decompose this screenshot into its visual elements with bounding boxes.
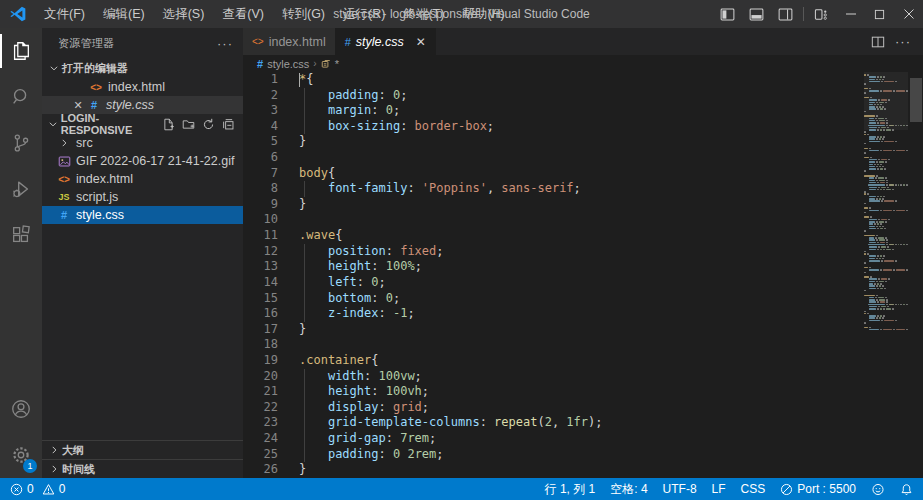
window-title: style.css - login-responsive - Visual St…: [333, 7, 590, 21]
chevron-down-icon: [46, 63, 62, 73]
line-number: 12: [243, 244, 291, 260]
code-line-11: 11.wave{: [243, 228, 923, 244]
search-icon: [10, 86, 32, 108]
file-script.js[interactable]: JSscript.js: [42, 188, 243, 206]
breadcrumb-file[interactable]: style.css: [267, 58, 309, 70]
symbol-ruleset-icon: [321, 59, 331, 69]
file-tree: srcGIF 2022-06-17 21-41-22.gif<>index.ht…: [42, 134, 243, 224]
refresh-icon[interactable]: [202, 118, 215, 131]
activitybar-settings[interactable]: 1: [0, 432, 42, 478]
menu-item-0[interactable]: 文件(F): [35, 3, 94, 26]
activitybar-run-debug[interactable]: [0, 166, 42, 212]
bell-icon: [900, 483, 913, 496]
open-editors-section-header[interactable]: 打开的编辑器: [42, 58, 243, 78]
vertical-scrollbar[interactable]: [909, 72, 923, 478]
error-icon: [10, 483, 23, 496]
open-editor-index.html[interactable]: <>index.html: [42, 78, 243, 96]
code-line-1: 1*{: [243, 72, 923, 88]
warning-icon: [42, 483, 55, 496]
code-line-26: 26}: [243, 462, 923, 478]
close-tab-icon[interactable]: ✕: [416, 35, 426, 49]
code-line-12: 12 position: fixed;: [243, 244, 923, 260]
minimize-button[interactable]: [836, 0, 865, 28]
status-encoding[interactable]: UTF-8: [663, 482, 697, 496]
line-number: 18: [243, 337, 291, 353]
activitybar-explorer[interactable]: [0, 28, 42, 74]
status-notifications[interactable]: [900, 483, 913, 496]
feedback-icon: [871, 483, 885, 496]
explorer-sidebar: 资源管理器 ··· 打开的编辑器 <>index.html✕#style.css…: [42, 28, 243, 478]
close-window-button[interactable]: [894, 0, 923, 28]
status-feedback[interactable]: [871, 483, 885, 496]
timeline-section-header[interactable]: 时间线: [42, 459, 243, 478]
code-line-4: 4 box-sizing: border-box;: [243, 119, 923, 135]
toggle-sidebar-icon[interactable]: [713, 0, 742, 28]
line-number: 20: [243, 369, 291, 385]
activitybar-source-control[interactable]: [0, 120, 42, 166]
menu-item-2[interactable]: 选择(S): [154, 3, 214, 26]
activitybar-search[interactable]: [0, 74, 42, 120]
code-line-21: 21 height: 100vh;: [243, 384, 923, 400]
file-index.html[interactable]: <>index.html: [42, 170, 243, 188]
close-icon[interactable]: ✕: [70, 99, 86, 112]
vscode-logo-icon: [9, 5, 27, 23]
code-line-6: 6: [243, 150, 923, 166]
activitybar-account[interactable]: [0, 386, 42, 432]
toggle-secondary-sidebar-icon[interactable]: [771, 0, 800, 28]
html-file-icon: <>: [56, 174, 72, 185]
folder-name: LOGIN-RESPONSIVE: [61, 112, 162, 136]
status-language-mode[interactable]: CSS: [741, 482, 766, 496]
breadcrumb[interactable]: # style.css › *: [243, 55, 923, 72]
status-warning-icon[interactable]: 0: [42, 482, 66, 496]
outline-section-header[interactable]: 大纲: [42, 440, 243, 459]
activitybar-extensions[interactable]: [0, 212, 42, 258]
breadcrumb-symbol[interactable]: *: [335, 58, 339, 70]
file-src[interactable]: src: [42, 134, 243, 152]
file-GIF 2022-06-17 21-41-22.gif[interactable]: GIF 2022-06-17 21-41-22.gif: [42, 152, 243, 170]
customize-layout-icon[interactable]: [807, 0, 836, 28]
code-line-16: 16 z-index: -1;: [243, 306, 923, 322]
maximize-button[interactable]: [865, 0, 894, 28]
line-number: 22: [243, 400, 291, 416]
explorer-more-actions-icon[interactable]: ···: [217, 36, 233, 51]
extensions-icon: [10, 224, 32, 246]
minimap[interactable]: [864, 74, 908, 331]
code-line-19: 19.container{: [243, 353, 923, 369]
editor-more-actions-icon[interactable]: ···: [895, 34, 911, 49]
toggle-panel-icon[interactable]: [742, 0, 771, 28]
line-number: 24: [243, 431, 291, 447]
line-number: 8: [243, 181, 291, 197]
css-file-icon: #: [56, 209, 72, 221]
tab-style.css[interactable]: #style.css✕: [336, 28, 436, 55]
line-number: 5: [243, 134, 291, 150]
git-branch-icon: [10, 132, 32, 154]
js-file-icon: JS: [56, 192, 72, 202]
tab-index.html[interactable]: <>index.html: [243, 28, 336, 55]
code-line-5: 5}: [243, 134, 923, 150]
status-cursor-position[interactable]: 行 1, 列 1: [545, 481, 596, 498]
folder-section-header[interactable]: LOGIN-RESPONSIVE: [42, 114, 243, 134]
code-editor[interactable]: 1*{2 padding: 0;3 margin: 0;4 box-sizing…: [243, 72, 923, 478]
collapse-all-icon[interactable]: [222, 118, 235, 131]
code-line-8: 8 font-family: 'Poppins', sans-serif;: [243, 181, 923, 197]
status-indentation[interactable]: 空格: 4: [610, 481, 647, 498]
html-file-icon: <>: [88, 82, 104, 93]
menu-item-3[interactable]: 查看(V): [213, 3, 273, 26]
code-line-22: 22 display: grid;: [243, 400, 923, 416]
status-error-icon[interactable]: 0: [10, 482, 34, 496]
file-style.css[interactable]: #style.css: [42, 206, 243, 224]
split-editor-icon[interactable]: [871, 35, 885, 49]
scrollbar-thumb[interactable]: [910, 78, 922, 122]
new-file-icon[interactable]: [162, 118, 175, 131]
status-eol[interactable]: LF: [712, 482, 726, 496]
line-number: 1: [243, 72, 291, 88]
chevron-down-icon: [46, 119, 61, 129]
line-number: 14: [243, 275, 291, 291]
status-live-server-port[interactable]: Port : 5500: [780, 482, 856, 496]
new-folder-icon[interactable]: [182, 118, 195, 131]
status-bar: 00 行 1, 列 1空格: 4UTF-8LFCSSPort : 5500: [0, 478, 923, 500]
menu-item-4[interactable]: 转到(G): [273, 3, 334, 26]
menu-item-1[interactable]: 编辑(E): [94, 3, 154, 26]
css-file-icon: #: [257, 58, 263, 70]
code-line-25: 25 padding: 0 2rem;: [243, 447, 923, 463]
